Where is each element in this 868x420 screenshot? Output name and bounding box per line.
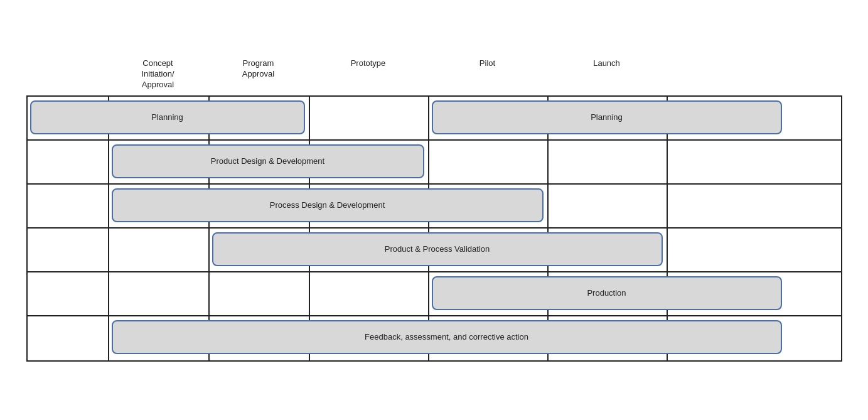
phase-header-1: ConceptInitiation/Approval [108,58,208,95]
grid-cell [429,185,549,229]
grid-cell [668,141,787,185]
grid-cell [109,141,210,185]
grid-cell [429,316,549,360]
grid-cell [549,141,668,185]
grid-cell [28,229,109,272]
grid-cell [109,97,210,141]
phase-header-6 [667,58,786,95]
grid-cell [28,272,109,316]
grid-cell [429,229,549,272]
grid-cell [28,185,109,229]
grid-cell [668,316,787,360]
grid-cell [549,185,668,229]
phase-header-5: Launch [547,58,667,95]
grid-row-0 [28,97,841,141]
grid-cell [28,141,109,185]
grid-cell [310,97,429,141]
grid-cell [210,272,310,316]
phase-header-3: Prototype [309,58,428,95]
grid-cell [668,185,787,229]
grid-cell [109,185,210,229]
grid-cell [210,141,310,185]
gantt-grid [26,95,842,362]
grid-cell [210,229,310,272]
grid-row-1 [28,141,841,185]
grid-cell [210,97,310,141]
grid-row-3 [28,229,841,272]
grid-cell [109,229,210,272]
grid-cell [310,316,429,360]
grid-cell [310,185,429,229]
grid-cell [668,272,787,316]
grid-cell [549,97,668,141]
phase-header-4: Pilot [428,58,547,95]
grid-cell [668,229,787,272]
grid-cell [109,316,210,360]
grid-cell [28,316,109,360]
grid-cell [310,141,429,185]
grid-cell [429,141,549,185]
grid-row-5 [28,316,841,360]
diagram-container: ConceptInitiation/Approval ProgramApprov… [14,46,855,374]
grid-cell [109,272,210,316]
phase-header-0 [26,58,108,95]
grid-cell [210,316,310,360]
grid-cell [549,229,668,272]
grid-cell [310,229,429,272]
grid-cell [429,97,549,141]
gantt-wrapper: PlanningPlanningProduct Design & Develop… [26,95,842,362]
grid-cell [310,272,429,316]
grid-cell [668,97,787,141]
grid-cell [549,316,668,360]
phase-headers: ConceptInitiation/Approval ProgramApprov… [26,58,842,95]
phase-header-2: ProgramApproval [208,58,309,95]
grid-cell [28,97,109,141]
grid-cell [549,272,668,316]
grid-cell [210,185,310,229]
grid-row-4 [28,272,841,316]
grid-cell [429,272,549,316]
grid-row-2 [28,185,841,229]
